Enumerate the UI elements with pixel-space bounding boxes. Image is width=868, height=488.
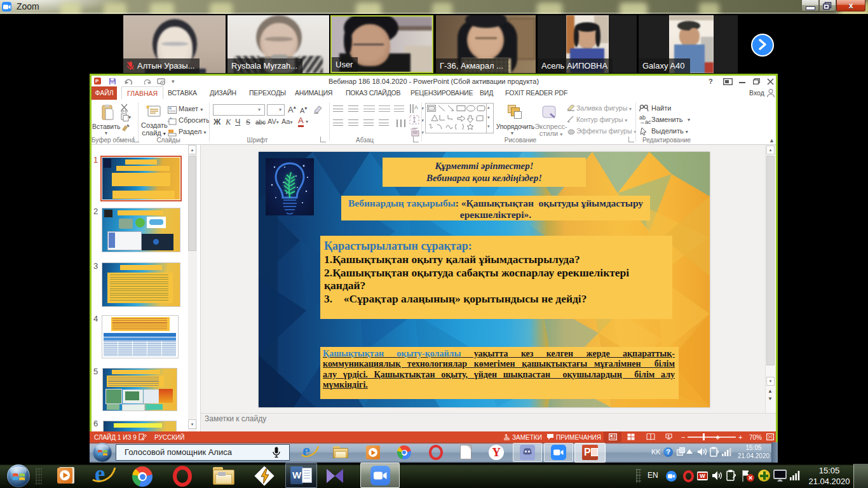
svg-text:A: A [414,104,418,111]
